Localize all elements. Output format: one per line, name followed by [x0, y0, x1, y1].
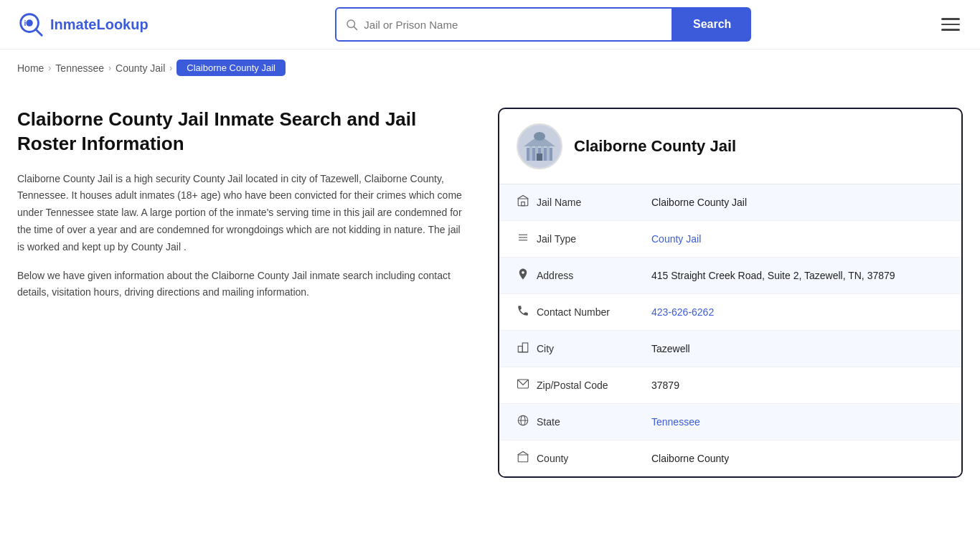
logo-icon: i: [17, 11, 44, 38]
zip-icon: [517, 377, 537, 393]
search-input[interactable]: [364, 19, 663, 31]
card-title: Claiborne County Jail: [574, 137, 736, 156]
info-card: Claiborne County Jail Jail NameClaiborne…: [498, 108, 963, 478]
search-button[interactable]: Search: [673, 7, 751, 42]
header: i InmateLookup Search: [0, 0, 980, 50]
hamburger-line3: [941, 29, 960, 31]
jail-avatar: [517, 123, 562, 169]
svg-line-5: [354, 27, 357, 29]
row-value[interactable]: Tennessee: [651, 416, 944, 428]
table-row: StateTennessee: [499, 404, 961, 441]
row-label: State: [537, 416, 651, 428]
table-row: CountyClaiborne County: [499, 441, 961, 476]
table-row: Contact Number423-626-6262: [499, 294, 961, 331]
svg-rect-14: [537, 154, 542, 161]
logo-link[interactable]: i InmateLookup: [17, 11, 149, 38]
county-icon: [517, 451, 537, 466]
breadcrumb: Home › Tennessee › County Jail › Claibor…: [0, 50, 980, 86]
description-1: Claiborne County Jail is a high security…: [17, 171, 462, 256]
list-icon: [517, 231, 537, 247]
left-panel: Claiborne County Jail Inmate Search and …: [17, 108, 476, 478]
search-icon: [345, 18, 358, 31]
svg-rect-27: [518, 455, 528, 462]
table-row: Zip/Postal Code37879: [499, 367, 961, 404]
menu-button[interactable]: [938, 15, 963, 34]
row-value[interactable]: 423-626-6262: [651, 306, 944, 318]
hamburger-line2: [941, 24, 960, 26]
row-value: 415 Straight Creek Road, Suite 2, Tazewe…: [651, 270, 944, 281]
breadcrumb-jail-type[interactable]: County Jail: [116, 62, 165, 74]
row-value[interactable]: County Jail: [651, 233, 944, 245]
svg-rect-16: [522, 202, 525, 206]
hamburger-line1: [941, 18, 960, 20]
breadcrumb-current: Claiborne County Jail: [176, 60, 286, 76]
svg-rect-8: [529, 145, 532, 161]
row-label: City: [537, 343, 651, 354]
city-icon: [517, 341, 537, 357]
logo-text: InmateLookup: [50, 17, 149, 33]
chevron-icon: ›: [48, 63, 51, 73]
breadcrumb-home[interactable]: Home: [17, 62, 44, 74]
breadcrumb-state[interactable]: Tennessee: [55, 62, 104, 74]
table-row: Jail NameClaiborne County Jail: [499, 184, 961, 221]
table-row: CityTazewell: [499, 331, 961, 367]
svg-point-1: [26, 19, 33, 26]
search-form: Search: [335, 7, 751, 42]
row-label: County: [537, 453, 651, 464]
search-wrapper: [335, 7, 673, 42]
courthouse-icon: [518, 125, 561, 168]
svg-point-13: [534, 132, 545, 141]
svg-rect-20: [518, 347, 522, 352]
row-value: Tazewell: [651, 343, 944, 354]
row-value-link[interactable]: County Jail: [651, 233, 701, 245]
main-content: Claiborne County Jail Inmate Search and …: [0, 86, 980, 499]
row-value: Claiborne County: [651, 453, 944, 464]
chevron-icon: ›: [169, 63, 172, 73]
description-2: Below we have given information about th…: [17, 268, 462, 302]
row-label: Zip/Postal Code: [537, 380, 651, 391]
row-label: Jail Name: [537, 197, 651, 208]
info-table: Jail NameClaiborne County JailJail TypeC…: [499, 184, 961, 476]
svg-line-2: [36, 29, 42, 36]
phone-icon: [517, 304, 537, 320]
card-header: Claiborne County Jail: [499, 109, 961, 184]
row-value: Claiborne County Jail: [651, 197, 944, 208]
chevron-icon: ›: [108, 63, 111, 73]
svg-rect-11: [547, 145, 550, 161]
row-value-link[interactable]: Tennessee: [651, 416, 700, 428]
row-value-link[interactable]: 423-626-6262: [651, 306, 714, 318]
row-value: 37879: [651, 380, 944, 391]
row-label: Contact Number: [537, 306, 651, 318]
table-row: Address415 Straight Creek Road, Suite 2,…: [499, 258, 961, 294]
row-label: Address: [537, 270, 651, 281]
row-label: Jail Type: [537, 233, 651, 245]
table-row: Jail TypeCounty Jail: [499, 221, 961, 258]
jail-icon: [517, 194, 537, 210]
svg-rect-21: [522, 343, 528, 352]
location-icon: [517, 268, 537, 283]
right-panel: Claiborne County Jail Jail NameClaiborne…: [498, 108, 963, 478]
state-icon: [517, 414, 537, 430]
page-title: Claiborne County Jail Inmate Search and …: [17, 108, 462, 156]
svg-text:i: i: [24, 19, 27, 27]
